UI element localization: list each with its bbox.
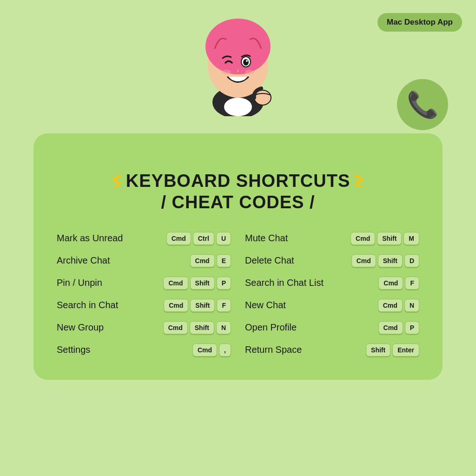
key-badge: Cmd bbox=[378, 277, 403, 290]
shortcuts-grid: Mark as UnreadCmdCtrlUMute ChatCmdShiftM… bbox=[57, 232, 419, 357]
shortcut-label: Archive Chat bbox=[57, 255, 131, 266]
shortcut-label: Mute Chat bbox=[245, 233, 319, 244]
key-badge: Cmd bbox=[350, 232, 375, 245]
shortcut-row: Search in ChatCmdShiftF bbox=[57, 299, 231, 312]
sparkle-right bbox=[354, 176, 364, 187]
shortcut-label: New Group bbox=[57, 322, 131, 333]
keys-group: CmdShiftF bbox=[164, 299, 231, 312]
title-line1-text: KEYBOARD SHORTCUTS bbox=[126, 171, 350, 192]
key-badge: Cmd bbox=[163, 277, 188, 290]
key-badge: Cmd bbox=[351, 254, 376, 267]
svg-point-7 bbox=[246, 60, 248, 62]
shortcut-row: SettingsCmd, bbox=[57, 344, 231, 357]
shortcut-label: Settings bbox=[57, 344, 131, 355]
sparkle-line-r3 bbox=[356, 184, 363, 187]
shortcut-label: Open Profile bbox=[245, 322, 319, 333]
svg-point-2 bbox=[224, 98, 252, 116]
key-badge: Shift bbox=[366, 344, 390, 357]
key-badge: Ctrl bbox=[193, 232, 214, 245]
sparkle-left bbox=[112, 176, 122, 187]
outer-container: Mac Desktop App 📞 bbox=[0, 0, 476, 476]
keys-group: CmdCtrlU bbox=[166, 232, 231, 245]
key-badge: Cmd bbox=[166, 232, 191, 245]
shortcut-label: Mark as Unread bbox=[57, 233, 131, 244]
shortcut-row: Return SpaceShiftEnter bbox=[245, 344, 419, 357]
key-badge: Cmd bbox=[378, 321, 403, 334]
main-card: KEYBOARD SHORTCUTS / CHEAT CODES / Mark … bbox=[33, 133, 443, 379]
key-badge: Enter bbox=[392, 344, 419, 357]
mac-badge: Mac Desktop App bbox=[377, 13, 462, 32]
svg-point-8 bbox=[222, 70, 231, 74]
whatsapp-phone-icon: 📞 bbox=[407, 90, 439, 120]
key-badge: D bbox=[404, 254, 419, 267]
whatsapp-icon: 📞 bbox=[397, 79, 448, 130]
keys-group: CmdShiftD bbox=[351, 254, 419, 267]
shortcut-row: Archive ChatCmdE bbox=[57, 254, 231, 267]
key-badge: Cmd bbox=[190, 254, 215, 267]
shortcut-row: Open ProfileCmdP bbox=[245, 321, 419, 334]
key-badge: Shift bbox=[378, 254, 403, 267]
sparkle-line-2 bbox=[113, 179, 121, 184]
key-badge: N bbox=[216, 321, 231, 334]
key-badge: Cmd bbox=[164, 299, 188, 312]
shortcut-row: Pin / UnpinCmdShiftP bbox=[57, 277, 231, 290]
key-badge: Shift bbox=[190, 277, 215, 290]
key-badge: P bbox=[405, 321, 419, 334]
key-badge: Shift bbox=[190, 299, 215, 312]
sparkle-line-3 bbox=[113, 184, 120, 187]
key-badge: E bbox=[217, 254, 231, 267]
key-badge: Cmd bbox=[192, 344, 217, 357]
shortcut-row: Delete ChatCmdShiftD bbox=[245, 254, 419, 267]
shortcut-label: New Chat bbox=[245, 300, 319, 311]
key-badge: U bbox=[216, 232, 231, 245]
keys-group: Cmd, bbox=[192, 344, 231, 357]
key-badge: F bbox=[405, 277, 419, 290]
shortcut-label: Return Space bbox=[245, 344, 319, 355]
title-line2-text: / CHEAT CODES / bbox=[57, 192, 419, 213]
keys-group: CmdF bbox=[378, 277, 419, 290]
key-badge: F bbox=[217, 299, 231, 312]
shortcut-label: Search in Chat bbox=[57, 300, 131, 311]
key-badge: M bbox=[403, 232, 419, 245]
shortcut-label: Delete Chat bbox=[245, 255, 319, 266]
svg-point-6 bbox=[243, 59, 249, 66]
sparkle-line-r2 bbox=[355, 179, 363, 184]
key-badge: Cmd bbox=[163, 321, 188, 334]
title-section: KEYBOARD SHORTCUTS / CHEAT CODES / bbox=[57, 171, 419, 213]
shortcut-row: New ChatCmdN bbox=[245, 299, 419, 312]
keys-group: CmdP bbox=[378, 321, 419, 334]
keys-group: CmdN bbox=[378, 299, 419, 312]
shortcut-row: New GroupCmdShiftN bbox=[57, 321, 231, 334]
keys-group: CmdShiftM bbox=[350, 232, 419, 245]
key-badge: , bbox=[219, 344, 231, 357]
key-badge: N bbox=[404, 299, 419, 312]
key-badge: P bbox=[217, 277, 231, 290]
key-badge: Cmd bbox=[378, 299, 403, 312]
keys-group: CmdShiftN bbox=[163, 321, 231, 334]
shortcut-row: Mark as UnreadCmdCtrlU bbox=[57, 232, 231, 245]
shortcut-row: Search in Chat ListCmdF bbox=[245, 277, 419, 290]
keys-group: ShiftEnter bbox=[366, 344, 419, 357]
keys-group: CmdShiftP bbox=[163, 277, 231, 290]
shortcut-label: Search in Chat List bbox=[245, 278, 324, 288]
title-line1: KEYBOARD SHORTCUTS bbox=[57, 171, 419, 192]
shortcut-row: Mute ChatCmdShiftM bbox=[245, 232, 419, 245]
badge-label: Mac Desktop App bbox=[387, 18, 453, 26]
key-badge: Shift bbox=[377, 232, 402, 245]
key-badge: Shift bbox=[190, 321, 214, 334]
keys-group: CmdE bbox=[190, 254, 231, 267]
shortcut-label: Pin / Unpin bbox=[57, 278, 131, 288]
character-avatar bbox=[189, 9, 287, 118]
svg-point-9 bbox=[245, 70, 254, 74]
